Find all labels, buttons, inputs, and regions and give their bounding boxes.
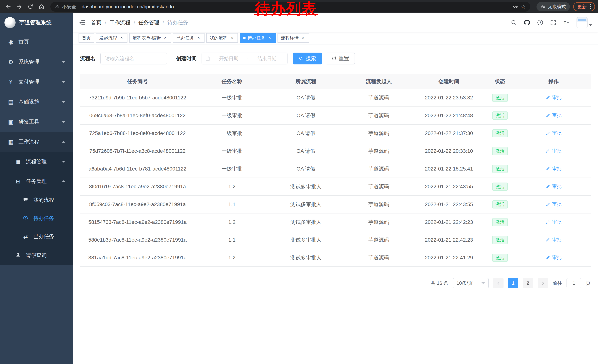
sidebar-item-task-management[interactable]: ⊟ 任务管理 — [0, 171, 73, 191]
sidebar-item-todo-tasks[interactable]: 待办任务 — [0, 209, 73, 227]
breadcrumb-current: 待办任务 — [167, 19, 188, 26]
task-table: 任务编号 任务名称 所属流程 流程发起人 创建时间 状态 操作 73211d9d… — [80, 74, 590, 267]
tab-label: 已办任务 — [176, 35, 194, 41]
chevron-down-icon — [62, 61, 65, 65]
svg-text:T: T — [567, 22, 569, 25]
forward-icon[interactable] — [14, 1, 25, 12]
task-name: 一级审批 — [222, 148, 242, 154]
sidebar-fold-icon[interactable] — [79, 19, 86, 26]
table-row: 8f059c03-7ac8-11ec-a9e2-a2380e71991a 1.1… — [80, 195, 590, 213]
reload-icon[interactable] — [25, 1, 36, 12]
goto-page-input[interactable] — [566, 278, 581, 288]
tab-close-icon[interactable]: × — [163, 35, 168, 40]
sidebar-item-my-process[interactable]: 我的流程 — [0, 191, 73, 209]
active-dot — [243, 37, 246, 39]
approve-link[interactable]: 审批 — [546, 219, 562, 225]
status-badge: 激活 — [492, 236, 508, 244]
status-badge: 激活 — [492, 200, 508, 209]
breadcrumb-workflow[interactable]: 工作流程 — [110, 19, 130, 26]
back-icon[interactable] — [3, 1, 13, 12]
process-name-input[interactable] — [100, 53, 167, 65]
incognito-badge: 无痕模式 — [537, 2, 570, 11]
table-row: 75d72608-7b7f-11ec-a3c8-acde48001122 一级审… — [80, 142, 590, 160]
tab-close-icon[interactable]: × — [196, 35, 201, 40]
user-menu[interactable] — [576, 17, 592, 28]
tab-close-icon[interactable]: × — [300, 35, 306, 40]
done-tasks-icon: ⇄ — [22, 233, 29, 240]
approve-link[interactable]: 审批 — [546, 94, 562, 101]
tab-done-tasks[interactable]: 已办任务 × — [173, 33, 205, 43]
breadcrumb-task-management[interactable]: 任务管理 — [139, 19, 159, 26]
font-size-icon[interactable]: TT — [563, 19, 570, 26]
next-page-button[interactable] — [538, 278, 548, 288]
tab-start-process[interactable]: 发起流程 × — [96, 33, 127, 43]
key-icon[interactable] — [513, 4, 518, 9]
date-range-picker[interactable]: 开始日期 - 结束日期 — [201, 53, 288, 65]
range-separator: - — [247, 56, 249, 61]
sidebar-item-done-tasks[interactable]: ⇄ 已办任务 — [0, 227, 73, 245]
approve-label: 审批 — [552, 147, 562, 154]
tab-my-process[interactable]: 我的流程 × — [206, 33, 238, 43]
approve-link[interactable]: 审批 — [546, 201, 562, 207]
fullscreen-icon[interactable] — [550, 19, 556, 26]
task-table-body: 73211d9d-7b9b-11ec-b5b7-acde48001122 一级审… — [80, 89, 590, 267]
help-icon[interactable]: ? — [537, 19, 544, 26]
prev-page-button[interactable] — [493, 278, 504, 288]
page-button-2[interactable]: 2 — [523, 278, 533, 288]
reset-button[interactable]: 重置 — [326, 53, 355, 65]
sidebar-item-workflow[interactable]: ▦ 工作流程 — [0, 132, 73, 152]
search-button[interactable]: 搜索 — [293, 53, 322, 65]
bookmark-star-icon[interactable]: ☆ — [521, 4, 526, 9]
home-icon[interactable] — [36, 1, 47, 12]
sidebar-item-leave-query[interactable]: 请假查询 — [0, 245, 73, 265]
chevron-down-icon — [62, 101, 65, 105]
tab-process-form-edit[interactable]: 流程表单-编辑 × — [129, 33, 171, 43]
column-header-process: 所属流程 — [269, 74, 343, 89]
sidebar-header: 芋道管理系统 — [0, 13, 73, 32]
tab-process-detail[interactable]: 流程详情 × — [277, 33, 309, 43]
status-badge: 激活 — [492, 254, 508, 262]
approve-link[interactable]: 审批 — [546, 254, 562, 261]
update-button[interactable]: 更新 — [573, 2, 595, 11]
search-icon — [299, 56, 303, 61]
create-time: 2022-01-21 22:42:23 — [425, 219, 473, 225]
tab-close-icon[interactable]: × — [229, 35, 234, 40]
refresh-icon — [332, 56, 336, 61]
create-time: 2022-01-21 22:43:55 — [425, 184, 473, 189]
table-row: 8f0d1619-7ac8-11ec-a9e2-a2380e71991a 1.2… — [80, 178, 590, 195]
task-id: 8f059c03-7ac8-11ec-a9e2-a2380e71991a — [89, 202, 186, 207]
tab-close-icon[interactable]: × — [267, 35, 272, 40]
sidebar-item-infrastructure[interactable]: ▤ 基础设施 — [0, 92, 73, 112]
task-name: 1.2 — [228, 255, 235, 260]
column-header-task-name: 任务名称 — [195, 74, 269, 89]
github-icon[interactable] — [523, 19, 531, 26]
approve-link[interactable]: 审批 — [546, 236, 562, 243]
sidebar-item-home[interactable]: ◉ 首页 — [0, 32, 73, 52]
approve-link[interactable]: 审批 — [546, 147, 562, 154]
tab-label: 首页 — [82, 35, 91, 41]
approve-link[interactable]: 审批 — [546, 183, 562, 190]
process-name: OA 请假 — [296, 148, 316, 154]
sidebar-item-label: 系统管理 — [18, 58, 58, 65]
sidebar-item-devtools[interactable]: ▣ 研发工具 — [0, 112, 73, 132]
page-size-select[interactable]: 10条/页 — [453, 278, 489, 288]
sidebar-item-system[interactable]: ⚙ 系统管理 — [0, 52, 73, 72]
sidebar-item-process-management[interactable]: ≣ 流程管理 — [0, 152, 73, 171]
table-row: 580e1b3d-7ac8-11ec-a9e2-a2380e71991a 1.1… — [80, 231, 590, 249]
tab-close-icon[interactable]: × — [119, 35, 124, 40]
approve-link[interactable]: 审批 — [546, 112, 562, 119]
sidebar-item-payment[interactable]: ¥ 支付管理 — [0, 72, 73, 92]
column-header-task-id: 任务编号 — [80, 74, 195, 89]
status-badge: 激活 — [492, 112, 508, 120]
tab-home[interactable]: 首页 — [79, 33, 94, 43]
menu-kebab-icon[interactable] — [590, 4, 591, 9]
breadcrumb-home[interactable]: 首页 — [91, 19, 101, 26]
goto-unit: 页 — [586, 280, 590, 286]
page-button-1[interactable]: 1 — [508, 278, 518, 288]
tab-label: 流程表单-编辑 — [133, 35, 161, 41]
task-id: 381aa1dd-7ac8-11ec-a9e2-a2380e71991a — [88, 255, 187, 260]
tab-todo-tasks[interactable]: 待办任务 × — [240, 33, 276, 43]
approve-link[interactable]: 审批 — [546, 130, 562, 136]
search-icon[interactable] — [511, 19, 517, 26]
approve-link[interactable]: 审批 — [546, 165, 562, 172]
